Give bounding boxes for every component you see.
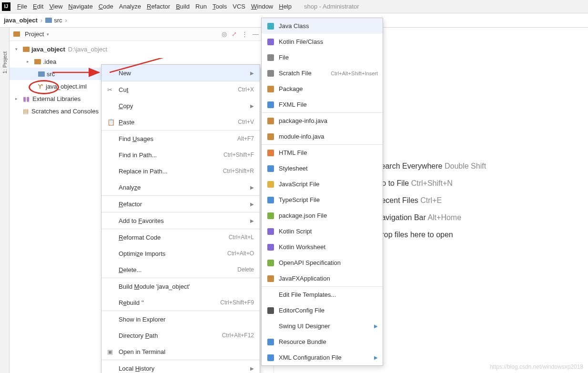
ctx-analyze[interactable]: Analyze▶ bbox=[101, 179, 260, 195]
menu-label: Refactor bbox=[119, 201, 142, 208]
tree-root[interactable]: ▾ java_object D:\java_object bbox=[10, 43, 274, 55]
breadcrumb-child[interactable]: src bbox=[54, 17, 62, 24]
menu-iew[interactable]: View bbox=[46, 3, 65, 10]
menu-label: Show in Explorer bbox=[119, 316, 165, 323]
ctx-copy[interactable]: Copy▶ bbox=[101, 98, 260, 114]
new-module-info-java[interactable]: module-info.java bbox=[262, 129, 383, 144]
chevron-right-icon: ▶ bbox=[374, 355, 378, 360]
expander-open-icon[interactable]: ▾ bbox=[15, 47, 21, 51]
menu-ools[interactable]: Tools bbox=[210, 3, 230, 10]
new-javascript-file[interactable]: JavaScript File bbox=[262, 176, 383, 192]
menu-analyze[interactable]: Analyze bbox=[116, 3, 144, 10]
file-type-icon bbox=[266, 118, 275, 124]
ctx-directory-path[interactable]: Directory PathCtrl+Alt+F12 bbox=[101, 327, 260, 343]
menu-label: Swing UI Designer bbox=[279, 323, 330, 330]
chevron-right-icon: ▶ bbox=[250, 366, 254, 371]
panel-title[interactable]: Project bbox=[25, 30, 44, 38]
new-html-file[interactable]: HTML File bbox=[262, 145, 383, 161]
new-edit-file-templates-[interactable]: Edit File Templates... bbox=[262, 287, 383, 302]
ctx-optimize-imports[interactable]: Optimize ImportsCtrl+Alt+O bbox=[101, 245, 260, 262]
breadcrumb-root[interactable]: java_object bbox=[4, 17, 38, 24]
hint-item: Search Everywhere Double Shift bbox=[376, 162, 486, 171]
shortcut: Ctrl+Alt+Shift+Insert bbox=[331, 71, 378, 76]
chevron-down-icon[interactable]: ▾ bbox=[47, 32, 49, 37]
chevron-right-icon: ▶ bbox=[250, 218, 254, 223]
target-icon[interactable]: ◎ bbox=[222, 30, 227, 38]
new-scratch-file[interactable]: Scratch FileCtrl+Alt+Shift+Insert bbox=[262, 65, 383, 81]
ctx-replace-in-path-[interactable]: Replace in Path...Ctrl+Shift+R bbox=[101, 163, 260, 179]
file-type-icon bbox=[266, 101, 275, 108]
menu-dit[interactable]: Edit bbox=[30, 3, 46, 10]
chevron-right-icon: ▶ bbox=[374, 323, 378, 329]
ctx-open-in-terminal[interactable]: ▣Open in Terminal bbox=[101, 343, 260, 360]
ctx-refactor[interactable]: Refactor▶ bbox=[101, 196, 260, 212]
new-swing-ui-designer[interactable]: Swing UI Designer▶ bbox=[262, 318, 383, 334]
tree-path: D:\java_object bbox=[68, 46, 107, 53]
new-file[interactable]: File bbox=[262, 50, 383, 65]
file-type-icon bbox=[266, 244, 275, 251]
project-tool-button[interactable]: 1: Project bbox=[2, 51, 8, 73]
new-typescript-file[interactable]: TypeScript File bbox=[262, 192, 383, 208]
new-editorconfig-file[interactable]: EditorConfig File bbox=[262, 302, 383, 318]
ctx-find-in-path-[interactable]: Find in Path...Ctrl+Shift+F bbox=[101, 147, 260, 163]
new-package[interactable]: Package bbox=[262, 81, 383, 97]
new-kotlin-script[interactable]: Kotlin Script bbox=[262, 223, 383, 239]
menu-label: package.json File bbox=[279, 212, 327, 219]
paste-icon: 📋 bbox=[107, 119, 116, 126]
menu-label: HTML File bbox=[279, 149, 307, 156]
menu-label: Edit File Templates... bbox=[279, 291, 336, 298]
menu-elp[interactable]: Help bbox=[276, 3, 294, 10]
ctx-build-module-java-object-[interactable]: Build Module 'java_object' bbox=[101, 278, 260, 294]
menu-vcs[interactable]: VCS bbox=[230, 3, 248, 10]
annotation-circle bbox=[29, 80, 59, 94]
chevron-right-icon: › bbox=[65, 17, 67, 24]
ctx-local-history[interactable]: Local History▶ bbox=[101, 360, 260, 373]
scratch-icon: ▤ bbox=[23, 108, 29, 115]
hint-item: Drop files here to open bbox=[376, 231, 486, 239]
new-fxml-file[interactable]: FXML File bbox=[262, 97, 383, 112]
ctx-delete-[interactable]: Delete...Delete bbox=[101, 262, 260, 278]
menu-label: Local History bbox=[119, 365, 154, 372]
menu-ile[interactable]: File bbox=[14, 3, 30, 10]
menu-uild[interactable]: Build bbox=[173, 3, 193, 10]
menu-label: Open in Terminal bbox=[119, 348, 165, 355]
ctx-find-usages[interactable]: Find UsagesAlt+F7 bbox=[101, 131, 260, 147]
ctx-show-in-explorer[interactable]: Show in Explorer bbox=[101, 311, 260, 327]
shortcut: Ctrl+Shift+F9 bbox=[220, 299, 254, 306]
new-package-json-file[interactable]: package.json File bbox=[262, 208, 383, 223]
new-resource-bundle[interactable]: Resource Bundle bbox=[262, 334, 383, 350]
file-type-icon bbox=[266, 23, 275, 30]
ctx-add-to-favorites[interactable]: Add to Favorites▶ bbox=[101, 212, 260, 229]
hint-item: Recent Files Ctrl+E bbox=[376, 196, 486, 205]
chevron-right-icon: ▶ bbox=[250, 71, 254, 76]
new-stylesheet[interactable]: Stylesheet bbox=[262, 161, 383, 176]
menu-label: EditorConfig File bbox=[279, 307, 324, 314]
menu-ode[interactable]: Code bbox=[96, 3, 116, 10]
new-java-class[interactable]: Java Class bbox=[262, 18, 383, 34]
menu-label: Find in Path... bbox=[119, 151, 157, 159]
menu-avigate[interactable]: Navigate bbox=[65, 3, 95, 10]
menu-indow[interactable]: Window bbox=[248, 3, 276, 10]
menu-label: TypeScript File bbox=[279, 196, 320, 203]
expander-closed-icon[interactable]: ▸ bbox=[27, 59, 32, 64]
new-kotlin-worksheet[interactable]: Kotlin Worksheet bbox=[262, 239, 383, 255]
menu-efactor[interactable]: Refactor bbox=[144, 3, 173, 10]
new-kotlin-file-class[interactable]: Kotlin File/Class bbox=[262, 34, 383, 50]
new-package-info-java[interactable]: package-info.java bbox=[262, 113, 383, 129]
ctx-paste[interactable]: 📋PasteCtrl+V bbox=[101, 114, 260, 130]
collapse-icon[interactable]: ⤢ bbox=[232, 30, 237, 38]
menu-run[interactable]: Run bbox=[193, 3, 210, 10]
new-openapi-specification[interactable]: OpenAPI Specification bbox=[262, 255, 383, 271]
more-icon[interactable]: ⋮ bbox=[242, 30, 248, 38]
ctx-cut[interactable]: ✂CutCtrl+X bbox=[101, 81, 260, 98]
ctx-new[interactable]: New▶ bbox=[101, 65, 260, 81]
ctx-rebuild-default-[interactable]: Rebuild ''Ctrl+Shift+F9 bbox=[101, 294, 260, 311]
ctx-reformat-code[interactable]: Reformat CodeCtrl+Alt+L bbox=[101, 229, 260, 245]
tree-label: java_object bbox=[31, 46, 65, 53]
menu-label: Replace in Path... bbox=[119, 168, 168, 175]
expander-closed-icon[interactable]: ▸ bbox=[15, 96, 21, 101]
app-logo: IJ bbox=[2, 2, 10, 11]
minimize-icon[interactable]: — bbox=[253, 30, 259, 38]
new-xml-configuration-file[interactable]: XML Configuration File▶ bbox=[262, 350, 383, 365]
new-javafxapplication[interactable]: JavaFXApplication bbox=[262, 271, 383, 286]
